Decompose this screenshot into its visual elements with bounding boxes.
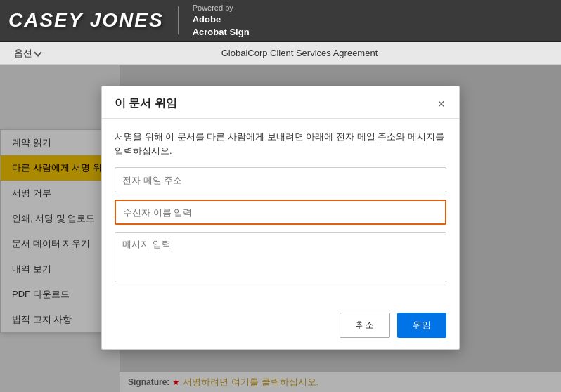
logo-separator <box>178 6 179 34</box>
modal-title: 이 문서 위임 <box>115 96 177 111</box>
adobe-text: Adobe Acrobat Sign <box>193 13 250 39</box>
powered-by: Powered by Adobe Acrobat Sign <box>193 3 250 39</box>
logo-area: CASEY JONES Powered by Adobe Acrobat Sig… <box>8 3 250 39</box>
modal-overlay: 이 문서 위임 × 서명을 위해 이 문서를 다른 사람에게 보내려면 아래에 … <box>0 65 561 392</box>
modal-close-button[interactable]: × <box>436 98 446 110</box>
modal-footer: 취소 위임 <box>102 306 459 349</box>
options-button[interactable]: 옵션 <box>10 46 45 61</box>
logo: CASEY JONES <box>8 9 164 32</box>
email-field[interactable] <box>115 167 446 192</box>
modal-description: 서명을 위해 이 문서를 다른 사람에게 보내려면 아래에 전자 메일 주소와 … <box>115 130 446 157</box>
app-header: CASEY JONES Powered by Adobe Acrobat Sig… <box>0 0 561 42</box>
delegate-button[interactable]: 위임 <box>397 313 446 338</box>
powered-by-line1: Powered by <box>193 3 250 13</box>
document-title: GlobalCorp Client Services Agreement <box>48 48 551 58</box>
chevron-down-icon <box>34 48 41 56</box>
options-label: 옵션 <box>14 47 32 60</box>
message-field[interactable] <box>115 232 446 282</box>
cancel-button[interactable]: 취소 <box>340 313 390 338</box>
recipient-name-field[interactable] <box>115 200 446 225</box>
toolbar: 옵션 GlobalCorp Client Services Agreement <box>0 42 561 65</box>
main-content: 계약 읽기 다른 사람에게 서명 위임 서명 거부 인쇄, 서명 및 업로드 문… <box>0 65 561 392</box>
modal-body: 서명을 위해 이 문서를 다른 사람에게 보내려면 아래에 전자 메일 주소와 … <box>102 119 459 306</box>
modal-header: 이 문서 위임 × <box>102 86 459 119</box>
delegate-modal: 이 문서 위임 × 서명을 위해 이 문서를 다른 사람에게 보내려면 아래에 … <box>101 86 460 350</box>
